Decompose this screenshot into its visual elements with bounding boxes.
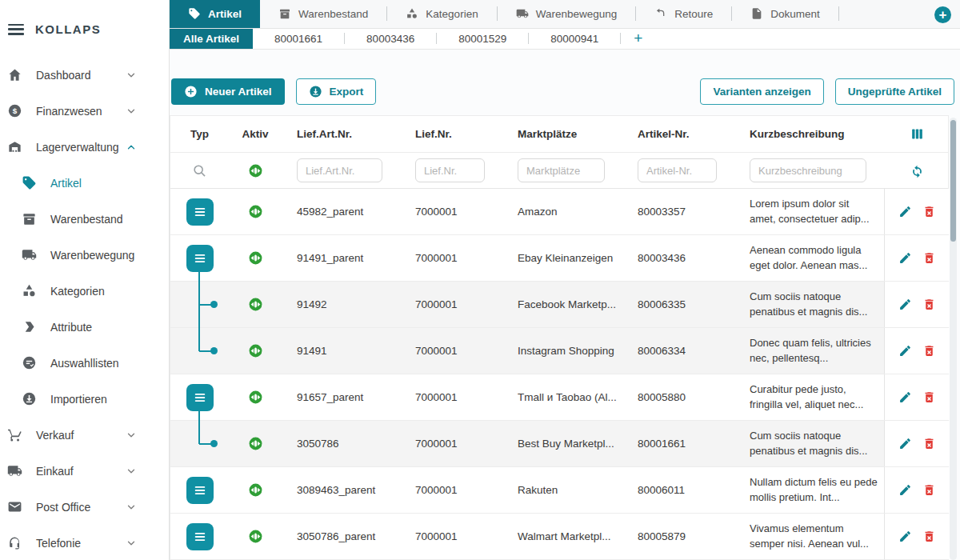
unchecked-articles-button[interactable]: Ungeprüfte Artikel — [835, 78, 954, 105]
sidebar-nav: Dashboard$FinanzwesenLagerverwaltungArti… — [0, 57, 169, 560]
filter-input-lief-nr[interactable] — [415, 158, 485, 182]
subtab-80003436[interactable]: 80003436 — [345, 29, 436, 49]
edit-icon[interactable] — [898, 437, 912, 450]
table-row[interactable]: 91491_parent7000001Ebay Kleinanzeigen800… — [170, 235, 948, 282]
menu-icon[interactable] — [8, 24, 24, 35]
active-status-icon[interactable] — [248, 250, 263, 266]
edit-icon[interactable] — [898, 390, 912, 404]
artikel-nr-cell: 80003357 — [622, 189, 734, 234]
columns-icon[interactable] — [910, 126, 925, 142]
subtab-80000941[interactable]: 80000941 — [529, 29, 620, 49]
table-row[interactable]: 45982_parent7000001Amazon80003357Lorem i… — [170, 189, 948, 235]
sidebar-item-telefonie[interactable]: Telefonie — [0, 525, 169, 560]
column-header-lief-nr[interactable]: Lief.Nr. — [400, 116, 502, 152]
lief-nr-cell: 7000001 — [400, 328, 502, 374]
edit-icon[interactable] — [898, 205, 912, 218]
tab-dokument[interactable]: Dokument — [732, 0, 838, 28]
filter-input-lief-art-nr[interactable] — [297, 158, 382, 182]
add-subtab-button[interactable]: + — [621, 29, 655, 49]
tab-warenbewegung[interactable]: Warenbewegung — [498, 0, 636, 28]
refresh-icon[interactable] — [910, 163, 925, 178]
delete-icon[interactable] — [922, 298, 936, 311]
variants-list-button[interactable] — [186, 384, 214, 411]
filter-input-marktplaetze[interactable] — [518, 158, 605, 182]
sidebar-item-artikel[interactable]: Artikel — [0, 165, 169, 201]
sidebar-item-label: Einkauf — [36, 465, 74, 478]
kurzbeschreibung-cell: Curabitur pede justo, fringilla vel, ali… — [734, 374, 884, 420]
new-article-button[interactable]: Neuer Artikel — [171, 78, 285, 105]
show-variants-button[interactable]: Varianten anzeigen — [700, 78, 823, 105]
table-row[interactable]: 914917000001Instagram Shopping80006334Do… — [170, 328, 948, 374]
active-status-icon[interactable] — [248, 297, 263, 312]
sidebar-item-finanzwesen[interactable]: $Finanzwesen — [0, 93, 169, 129]
delete-icon[interactable] — [922, 437, 936, 450]
dollar-icon: $ — [7, 103, 22, 118]
column-header-typ[interactable]: Typ — [170, 116, 229, 152]
import-icon — [22, 391, 37, 406]
lief-nr-cell: 7000001 — [400, 374, 502, 420]
active-status-icon[interactable] — [248, 343, 263, 358]
sidebar-item-label: Artikel — [50, 177, 82, 190]
tab-warenbestand[interactable]: Warenbestand — [260, 0, 386, 28]
active-status-icon[interactable] — [248, 482, 263, 498]
column-header-lief-art-nr[interactable]: Lief.Art.Nr. — [282, 116, 400, 152]
typ-cell — [170, 282, 229, 327]
sidebar-item-importieren[interactable]: Importieren — [0, 381, 169, 417]
column-settings-cell — [884, 116, 950, 152]
table-row[interactable]: 3050786_parent7000001Walmart Marketpl...… — [170, 514, 948, 560]
subtab-80001529[interactable]: 80001529 — [437, 29, 528, 49]
active-status-icon[interactable] — [248, 436, 263, 451]
variants-list-button[interactable] — [186, 245, 214, 272]
table-row[interactable]: 30507867000001Best Buy Marketpl...800016… — [170, 421, 948, 467]
add-tab-button[interactable]: + — [934, 6, 951, 23]
tag-icon — [188, 7, 201, 20]
export-button[interactable]: Export — [296, 78, 377, 105]
sidebar-item-dashboard[interactable]: Dashboard — [0, 57, 169, 93]
subtab-80001661[interactable]: 80001661 — [253, 29, 344, 49]
tab-artikel[interactable]: Artikel — [170, 0, 260, 28]
column-header-marktpl-tze[interactable]: Marktplätze — [502, 116, 622, 152]
column-header-aktiv[interactable]: Aktiv — [229, 116, 282, 152]
variants-list-button[interactable] — [186, 477, 214, 504]
delete-icon[interactable] — [922, 251, 936, 265]
column-header-kurzbeschreibung[interactable]: Kurzbeschreibung — [734, 116, 884, 152]
sidebar-item-verkauf[interactable]: Verkauf — [0, 417, 169, 453]
active-toggle-icon[interactable] — [248, 163, 263, 178]
variants-list-button[interactable] — [186, 523, 214, 550]
scrollbar-thumb[interactable] — [950, 120, 956, 242]
active-status-icon[interactable] — [248, 390, 263, 405]
filter-input-artikel-nr[interactable] — [638, 158, 717, 182]
filter-input-kurzbeschreibung[interactable] — [750, 158, 866, 182]
actions-cell — [884, 328, 950, 374]
sidebar-item-attribute[interactable]: Attribute — [0, 309, 169, 345]
sidebar-item-einkauf[interactable]: Einkauf — [0, 453, 169, 489]
sidebar-item-auswahllisten[interactable]: Auswahllisten — [0, 345, 169, 381]
tab-retoure[interactable]: Retoure — [636, 0, 731, 28]
edit-icon[interactable] — [898, 251, 912, 265]
sidebar-item-warenbestand[interactable]: Warenbestand — [0, 201, 169, 237]
delete-icon[interactable] — [922, 390, 936, 404]
table-row[interactable]: 91657_parent7000001Tmall и Taobao (Al...… — [170, 374, 948, 421]
edit-icon[interactable] — [898, 483, 912, 497]
column-header-artikel-nr[interactable]: Artikel-Nr. — [622, 116, 734, 152]
delete-icon[interactable] — [922, 205, 936, 218]
search-icon[interactable] — [192, 163, 207, 178]
edit-icon[interactable] — [898, 298, 912, 311]
active-status-icon[interactable] — [248, 204, 263, 219]
sidebar-item-lagerverwaltung[interactable]: Lagerverwaltung — [0, 129, 169, 165]
table-row[interactable]: 914927000001Facebook Marketp...80006335C… — [170, 282, 948, 328]
edit-icon[interactable] — [898, 344, 912, 358]
delete-icon[interactable] — [922, 483, 936, 497]
tab-kategorien[interactable]: Kategorien — [387, 0, 496, 28]
active-status-icon[interactable] — [248, 529, 263, 544]
variants-list-button[interactable] — [186, 198, 214, 226]
table-row[interactable]: 3089463_parent7000001Rakuten80006011Null… — [170, 467, 948, 514]
sidebar-item-post-office[interactable]: Post Office — [0, 489, 169, 525]
sidebar-item-warenbewegung[interactable]: Warenbewegung — [0, 237, 169, 273]
delete-icon[interactable] — [922, 530, 936, 543]
edit-icon[interactable] — [898, 530, 912, 543]
scrollbar[interactable] — [950, 118, 957, 560]
delete-icon[interactable] — [922, 344, 936, 358]
sidebar-item-kategorien[interactable]: Kategorien — [0, 273, 169, 309]
subtab-alle-artikel[interactable]: Alle Artikel — [170, 29, 253, 49]
